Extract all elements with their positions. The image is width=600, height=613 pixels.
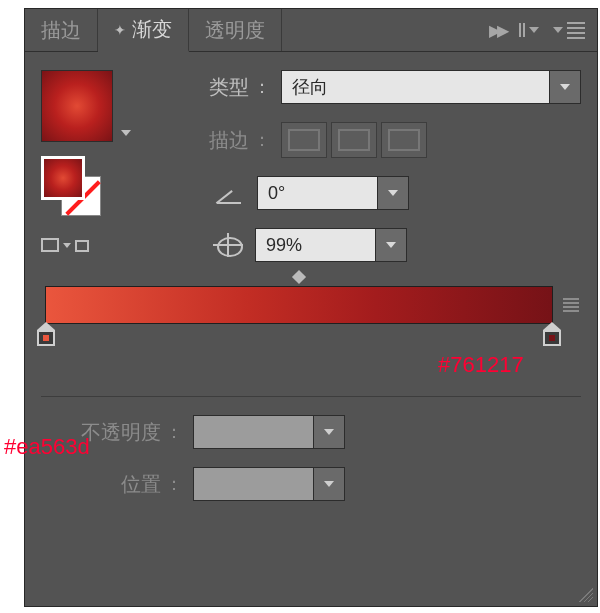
position-dropdown-button[interactable] [313, 468, 344, 500]
colon: ： [165, 420, 183, 444]
unsaved-indicator-icon: ✦ [114, 22, 126, 38]
stroke-apply-mode [281, 122, 427, 158]
row-type: 类型 ： 径向 [169, 70, 581, 104]
stroke-mode-within-icon[interactable] [281, 122, 327, 158]
opacity-label: 不透明度 [41, 419, 161, 446]
gradient-stop-left[interactable] [37, 322, 55, 346]
type-select-button[interactable] [549, 71, 580, 103]
tab-gradient-label: 渐变 [132, 16, 172, 43]
row-stroke-apply: 描边 ： [169, 122, 581, 158]
panel-body: 类型 ： 径向 描边 ： [25, 52, 597, 515]
stroke-mode-along-icon[interactable] [331, 122, 377, 158]
angle-input[interactable]: 0° [257, 176, 409, 210]
colon: ： [253, 75, 271, 99]
square-icon [41, 238, 59, 252]
row-aspect: 99% [169, 228, 581, 262]
midpoint-diamond-icon[interactable] [292, 270, 306, 284]
gradient-ramp[interactable] [45, 286, 553, 324]
aspect-dropdown-button[interactable] [375, 229, 406, 261]
opacity-dropdown-button[interactable] [313, 416, 344, 448]
aspect-value: 99% [256, 235, 375, 256]
swatch-dropdown-icon[interactable] [121, 130, 131, 136]
gradient-slider[interactable] [45, 286, 553, 324]
square-small-icon [75, 240, 89, 252]
row-position: 位置 ： [41, 467, 581, 501]
aspect-ratio-icon [213, 233, 243, 257]
tab-stroke-label: 描边 [41, 17, 81, 44]
type-label: 类型 [169, 74, 249, 101]
position-label: 位置 [41, 471, 161, 498]
collapse-icon[interactable]: ▶▶ [489, 21, 505, 40]
angle-icon [217, 182, 243, 204]
stop-right-chip [549, 335, 555, 341]
reverse-gradient-button[interactable] [41, 238, 151, 252]
stop-properties: 不透明度 ： 位置 ： [41, 396, 581, 501]
tab-gradient[interactable]: ✦ 渐变 [98, 9, 189, 52]
panel-menu-icon[interactable] [553, 19, 585, 42]
panel-header-controls: ▶▶ [489, 9, 597, 51]
panel-tabbar: 描边 ✦ 渐变 透明度 ▶▶ [25, 9, 597, 52]
tab-transparency-label: 透明度 [205, 17, 265, 44]
position-input[interactable] [193, 467, 345, 501]
colon: ： [165, 472, 183, 496]
fill-stroke-control[interactable] [41, 156, 101, 216]
tab-stroke[interactable]: 描边 [25, 9, 98, 51]
aspect-input[interactable]: 99% [255, 228, 407, 262]
app-window: 描边 ✦ 渐变 透明度 ▶▶ [0, 0, 600, 613]
stroke-mode-across-icon[interactable] [381, 122, 427, 158]
gradient-preview-swatch[interactable] [41, 70, 113, 142]
angle-dropdown-button[interactable] [377, 177, 408, 209]
fill-swatch[interactable] [41, 156, 85, 200]
type-select-value: 径向 [282, 75, 549, 99]
gradient-panel: 描边 ✦ 渐变 透明度 ▶▶ [24, 8, 598, 607]
swatch-column [41, 70, 151, 252]
type-select[interactable]: 径向 [281, 70, 581, 104]
angle-value: 0° [258, 183, 377, 204]
opacity-input[interactable] [193, 415, 345, 449]
dock-icon[interactable] [519, 23, 539, 37]
gradient-stop-right[interactable] [543, 322, 561, 346]
caret-down-icon [63, 243, 71, 248]
colon: ： [253, 128, 271, 152]
row-opacity: 不透明度 ： [41, 415, 581, 449]
delete-stop-icon[interactable] [563, 296, 579, 314]
resize-grip-icon[interactable] [579, 588, 593, 602]
stroke-apply-label: 描边 [169, 127, 249, 154]
row-angle: 0° [169, 176, 581, 210]
stop-left-chip [43, 335, 49, 341]
gradient-form: 类型 ： 径向 描边 ： [169, 70, 581, 262]
tab-transparency[interactable]: 透明度 [189, 9, 282, 51]
